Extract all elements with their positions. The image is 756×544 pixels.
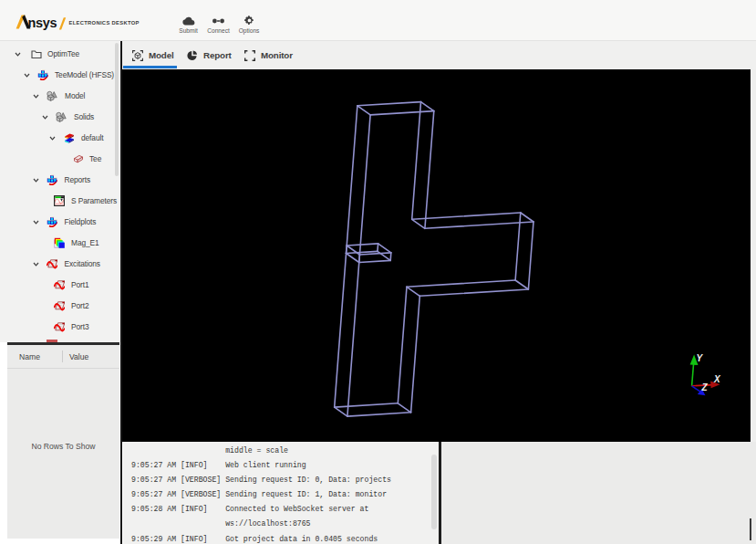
svg-text:X: X [713,374,721,384]
svg-text:ELECTRONICS DESKTOP: ELECTRONICS DESKTOP [69,20,140,26]
svg-text:Z: Z [701,382,709,392]
svg-text:Y: Y [697,353,704,363]
svg-text:nsys: nsys [28,16,57,30]
